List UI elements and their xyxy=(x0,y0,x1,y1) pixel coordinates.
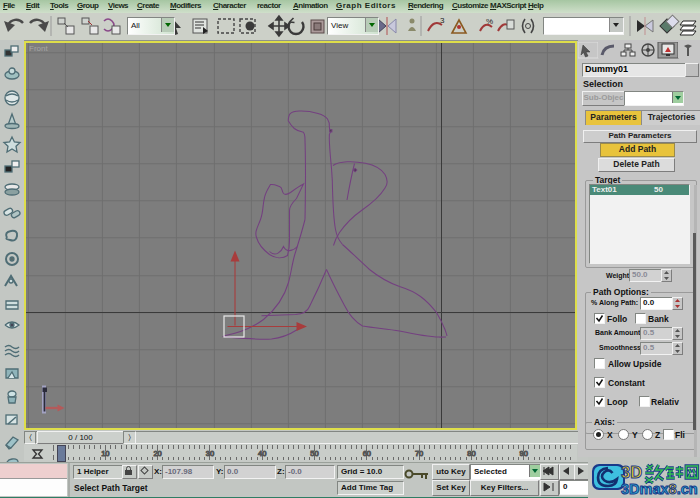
svg-text:40: 40 xyxy=(258,449,266,458)
svg-text:50: 50 xyxy=(310,449,318,458)
svg-text:70: 70 xyxy=(415,449,423,458)
svg-text:3: 3 xyxy=(440,16,445,25)
svg-text:20: 20 xyxy=(153,449,161,458)
svg-text:90: 90 xyxy=(520,449,528,458)
svg-text:30: 30 xyxy=(206,449,214,458)
svg-text:80: 80 xyxy=(467,449,475,458)
svg-text:10: 10 xyxy=(101,449,109,458)
svg-text:60: 60 xyxy=(363,449,371,458)
svg-text:3D: 3D xyxy=(621,463,642,481)
svg-text:3Dmax8.cn: 3Dmax8.cn xyxy=(621,481,698,497)
svg-text:%: % xyxy=(486,17,493,26)
